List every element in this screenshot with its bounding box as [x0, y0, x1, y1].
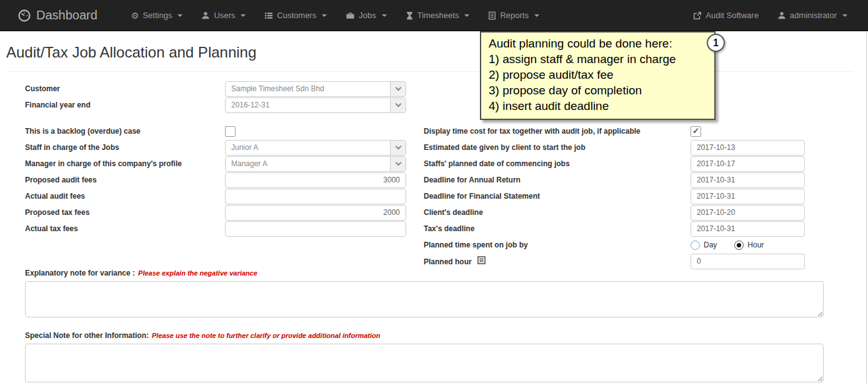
user-icon: [201, 11, 210, 20]
audit-software-link[interactable]: Audit Software: [684, 0, 768, 31]
hour-radio-label: Hour: [747, 241, 764, 249]
customer-label: Customer: [25, 84, 225, 93]
radio-hour[interactable]: Hour: [734, 241, 764, 250]
planned-hour-label: Planned hour: [424, 256, 691, 266]
chevron-down-icon: [395, 85, 401, 91]
proposed-audit-fees-input[interactable]: [225, 172, 406, 188]
menu-customers[interactable]: Customers: [255, 0, 336, 31]
user-menu[interactable]: administrator: [768, 0, 857, 31]
actual-audit-fees-row: Actual audit fees: [25, 189, 407, 204]
customer-value: Sample Timesheet Sdn Bhd: [226, 84, 390, 93]
radio-day[interactable]: Day: [691, 241, 717, 250]
menu-timesheets-label: Timesheets: [417, 11, 459, 20]
tax-deadline-label: Tax's deadline: [424, 224, 691, 233]
brand-label: Dashboard: [36, 8, 97, 22]
tax-deadline-input[interactable]: [691, 221, 805, 237]
menu-reports[interactable]: Reports: [479, 0, 549, 31]
chevron-down-icon: [464, 14, 469, 17]
page-right-border: [866, 32, 867, 383]
staff-commence-input[interactable]: [691, 156, 805, 172]
actual-tax-fees-input[interactable]: [225, 221, 406, 237]
display-time-cost-label: Display time cost for tax together with …: [424, 127, 691, 136]
menu-customers-label: Customers: [277, 11, 316, 20]
chevron-down-icon: [382, 14, 387, 17]
dashboard-icon: [17, 9, 31, 22]
chevron-down-icon: [842, 14, 847, 17]
hourglass-icon: [406, 11, 414, 20]
estimated-start-label: Estimated date given by client to start …: [424, 143, 691, 152]
planned-hour-input[interactable]: [691, 254, 805, 269]
financial-year-select[interactable]: 2016-12-31: [225, 97, 406, 113]
deadline-financial-statement-row: Deadline for Financial Statement: [424, 189, 825, 204]
select-dropdown-button[interactable]: [390, 98, 406, 112]
backlog-label: This is a backlog (overdue) case: [25, 127, 225, 136]
hour-radio[interactable]: [734, 241, 744, 250]
manager-in-charge-label: Manager in charge of this company's prof…: [25, 159, 225, 168]
special-note-header: Special Note for other Information: Plea…: [25, 331, 824, 340]
client-deadline-label: Client's deadline: [424, 208, 691, 217]
notes-section: Explanatory note for variance : Please e…: [25, 269, 824, 383]
planned-time-by-row: Planned time spent on job by Day Hour: [424, 237, 825, 252]
chevron-down-icon: [395, 101, 401, 107]
deadline-financial-statement-input[interactable]: [691, 189, 805, 204]
menu-users[interactable]: Users: [192, 0, 255, 31]
callout-line: Audit planning could be done here:: [489, 36, 707, 51]
staff-commence-label: Staffs' planned date of commencing jobs: [424, 159, 691, 168]
select-dropdown-button[interactable]: [390, 82, 406, 96]
select-dropdown-button[interactable]: [390, 157, 406, 171]
chevron-down-icon: [241, 14, 246, 17]
deadline-financial-statement-label: Deadline for Financial Statement: [424, 192, 691, 201]
annotation-callout: Audit planning could be done here: 1) as…: [480, 31, 716, 120]
special-note-hint: Please use the note to further clarify o…: [152, 332, 381, 339]
user-menu-label: administrator: [790, 11, 837, 20]
proposed-audit-fees-row: Proposed audit fees: [25, 172, 407, 187]
user-icon: [777, 11, 786, 20]
select-dropdown-button[interactable]: [390, 141, 406, 155]
chevron-down-icon: [177, 14, 182, 17]
customer-select[interactable]: Sample Timesheet Sdn Bhd: [225, 81, 406, 97]
actual-audit-fees-input[interactable]: [225, 189, 406, 204]
variance-note-hint: Please explain the negative variance: [138, 269, 257, 277]
actual-tax-fees-row: Actual tax fees: [25, 221, 407, 236]
gear-icon: ⚙: [131, 11, 139, 20]
menu-timesheets[interactable]: Timesheets: [396, 0, 479, 31]
actual-tax-fees-label: Actual tax fees: [25, 224, 225, 233]
display-time-cost-checkbox[interactable]: [691, 126, 701, 137]
estimated-start-input[interactable]: [691, 140, 805, 156]
financial-year-label: Financial year end: [25, 101, 225, 109]
chevron-down-icon: [395, 144, 401, 150]
backlog-checkbox[interactable]: [225, 126, 236, 137]
staff-in-charge-select[interactable]: Junior A: [225, 140, 406, 156]
manager-in-charge-value: Manager A: [226, 159, 390, 168]
variance-note-label: Explanatory note for variance :: [25, 269, 135, 277]
callout-line: 1) assign staff & manager in charge: [489, 51, 707, 67]
list-box-icon: [477, 256, 486, 264]
callout-line: 3) propose day of completion: [489, 82, 707, 98]
main-menu: ⚙ Settings Users Customers: [122, 0, 549, 31]
list-icon: [264, 11, 273, 20]
client-deadline-row: Client's deadline: [424, 205, 825, 220]
step-badge: 1: [707, 34, 725, 52]
tax-deadline-row: Tax's deadline: [424, 221, 825, 236]
staff-in-charge-value: Junior A: [226, 143, 390, 152]
day-radio[interactable]: [691, 241, 700, 250]
menu-jobs[interactable]: Jobs: [336, 0, 396, 31]
report-icon: [488, 11, 496, 20]
deadline-annual-return-input[interactable]: [691, 172, 805, 188]
proposed-tax-fees-row: Proposed tax fees: [25, 205, 407, 220]
actual-audit-fees-label: Actual audit fees: [25, 192, 225, 201]
audit-software-label: Audit Software: [706, 11, 759, 20]
dashboard-brand[interactable]: Dashboard: [0, 0, 107, 31]
proposed-tax-fees-label: Proposed tax fees: [25, 208, 225, 217]
proposed-tax-fees-input[interactable]: [225, 205, 406, 221]
special-note-textarea[interactable]: [25, 344, 824, 382]
variance-note-textarea[interactable]: [25, 281, 824, 317]
financial-year-value: 2016-12-31: [226, 101, 390, 109]
display-time-cost-row: Display time cost for tax together with …: [424, 124, 825, 139]
menu-settings[interactable]: ⚙ Settings: [122, 0, 192, 31]
client-deadline-input[interactable]: [691, 205, 805, 221]
menu-users-label: Users: [214, 11, 235, 20]
callout-line: 2) propose audit/tax fee: [489, 67, 707, 82]
menu-settings-label: Settings: [142, 11, 172, 20]
manager-in-charge-select[interactable]: Manager A: [225, 156, 406, 172]
